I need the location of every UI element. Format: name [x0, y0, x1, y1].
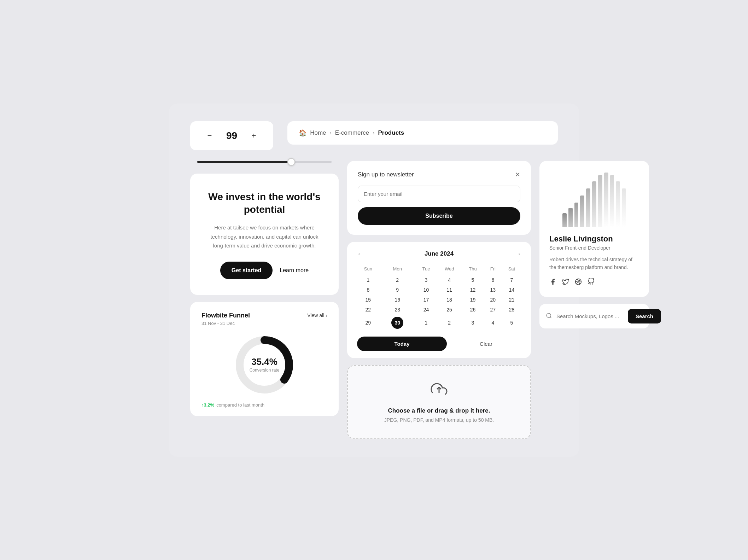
- left-column: We invest in the world's potential Here …: [190, 161, 339, 416]
- weekday-fri: Fri: [484, 265, 502, 275]
- calendar-day[interactable]: 10: [416, 285, 437, 295]
- calendar-day[interactable]: 17: [416, 295, 437, 305]
- newsletter-card: Sign up to newsletter ✕ Subscribe: [347, 161, 531, 235]
- get-started-button[interactable]: Get started: [220, 262, 273, 279]
- top-row: − 99 + 🏠 Home › E-commerce › Products: [190, 121, 558, 150]
- breadcrumb: 🏠 Home › E-commerce › Products: [287, 121, 558, 145]
- calendar-day[interactable]: 29: [357, 315, 379, 331]
- weekday-sun: Sun: [357, 265, 379, 275]
- main-container: − 99 + 🏠 Home › E-commerce › Products: [169, 104, 579, 457]
- increment-button[interactable]: +: [247, 129, 261, 142]
- right-column: Leslie Livingston Senior Front-end Devel…: [539, 161, 649, 329]
- calendar-day[interactable]: 22: [357, 305, 379, 315]
- bar-stripe: [622, 188, 626, 227]
- stepper-card: − 99 +: [190, 121, 273, 150]
- subscribe-button[interactable]: Subscribe: [358, 207, 520, 225]
- twitter-icon[interactable]: [562, 278, 569, 287]
- calendar-day[interactable]: 21: [502, 295, 521, 305]
- newsletter-close-button[interactable]: ✕: [515, 171, 520, 179]
- profile-image-wrap: [549, 171, 639, 227]
- hero-card: We invest in the world's potential Here …: [190, 174, 339, 295]
- calendar-day[interactable]: 6: [484, 275, 502, 285]
- calendar-day[interactable]: 2: [379, 275, 416, 285]
- calendar-day[interactable]: 5: [502, 315, 521, 331]
- calendar-day[interactable]: 2: [437, 315, 462, 331]
- calendar-row: 1234567: [357, 275, 521, 285]
- funnel-footer: ↑3.2% compared to last month: [201, 402, 327, 408]
- calendar-row: 15161718192021: [357, 295, 521, 305]
- middle-column: Sign up to newsletter ✕ Subscribe ← June…: [347, 161, 531, 439]
- calendar-day[interactable]: 24: [416, 305, 437, 315]
- funnel-title: Flowbite Funnel: [201, 312, 250, 319]
- funnel-growth: ↑3.2%: [201, 402, 214, 408]
- calendar-day[interactable]: 26: [462, 305, 484, 315]
- calendar-row: 293012345: [357, 315, 521, 331]
- calendar-day[interactable]: 4: [437, 275, 462, 285]
- calendar-day[interactable]: 14: [502, 285, 521, 295]
- upload-icon: [358, 381, 520, 402]
- profile-socials: [549, 278, 639, 287]
- calendar-day[interactable]: 5: [462, 275, 484, 285]
- bar-stripe: [616, 181, 620, 227]
- calendar-day[interactable]: 28: [502, 305, 521, 315]
- email-input[interactable]: [358, 186, 520, 202]
- facebook-icon[interactable]: [549, 278, 556, 287]
- bar-stripe: [580, 196, 584, 227]
- calendar-day[interactable]: 1: [416, 315, 437, 331]
- calendar-day[interactable]: 20: [484, 295, 502, 305]
- profile-visual: [562, 171, 626, 227]
- calendar-day[interactable]: 12: [462, 285, 484, 295]
- calendar-day[interactable]: 3: [416, 275, 437, 285]
- github-icon[interactable]: [588, 278, 595, 287]
- calendar-weekdays: Sun Mon Tue Wed Thu Fri Sat: [357, 265, 521, 275]
- calendar-day[interactable]: 18: [437, 295, 462, 305]
- upload-title: Choose a file or drag & drop it here.: [358, 407, 520, 414]
- calendar-next-button[interactable]: →: [515, 250, 521, 258]
- weekday-sat: Sat: [502, 265, 521, 275]
- learn-more-button[interactable]: Learn more: [280, 267, 309, 274]
- upload-card[interactable]: Choose a file or drag & drop it here. JP…: [347, 365, 531, 439]
- calendar-day[interactable]: 16: [379, 295, 416, 305]
- calendar-day[interactable]: 7: [502, 275, 521, 285]
- calendar-grid: Sun Mon Tue Wed Thu Fri Sat 123456789101…: [357, 265, 521, 331]
- calendar-day[interactable]: 19: [462, 295, 484, 305]
- calendar-day[interactable]: 11: [437, 285, 462, 295]
- calendar-day[interactable]: 1: [357, 275, 379, 285]
- slider-wrap: [190, 161, 339, 167]
- calendar-day[interactable]: 27: [484, 305, 502, 315]
- calendar-row: 891011121314: [357, 285, 521, 295]
- calendar-today-button[interactable]: Today: [357, 337, 447, 351]
- breadcrumb-products: Products: [378, 129, 404, 136]
- funnel-card: Flowbite Funnel View all › 31 Nov - 31 D…: [190, 302, 339, 416]
- donut-percentage: 35.4%: [250, 357, 280, 366]
- calendar-month: June 2024: [425, 250, 454, 257]
- calendar-day[interactable]: 30: [379, 315, 416, 331]
- calendar-day[interactable]: 23: [379, 305, 416, 315]
- slider-thumb[interactable]: [287, 158, 295, 166]
- slider-track[interactable]: [197, 161, 332, 163]
- calendar-day[interactable]: 8: [357, 285, 379, 295]
- calendar-clear-button[interactable]: Clear: [451, 337, 521, 351]
- main-grid: We invest in the world's potential Here …: [190, 161, 558, 439]
- calendar-day[interactable]: 15: [357, 295, 379, 305]
- funnel-compare: compared to last month: [216, 402, 264, 408]
- search-input[interactable]: [556, 313, 624, 319]
- calendar-day[interactable]: 25: [437, 305, 462, 315]
- breadcrumb-ecommerce[interactable]: E-commerce: [335, 129, 369, 136]
- donut-chart: 35.4% Conversion rate: [233, 333, 296, 397]
- search-button[interactable]: Search: [628, 309, 661, 323]
- calendar-day[interactable]: 9: [379, 285, 416, 295]
- hero-actions: Get started Learn more: [204, 262, 325, 279]
- donut-center: 35.4% Conversion rate: [250, 357, 280, 373]
- calendar-day[interactable]: 4: [484, 315, 502, 331]
- calendar-prev-button[interactable]: ←: [357, 250, 363, 258]
- decrement-button[interactable]: −: [203, 129, 216, 142]
- breadcrumb-home[interactable]: Home: [310, 129, 326, 136]
- upload-description: JPEG, PNG, PDF, and MP4 formats, up to 5…: [358, 417, 520, 423]
- calendar-day[interactable]: 3: [462, 315, 484, 331]
- dribbble-icon[interactable]: [575, 278, 582, 287]
- profile-role: Senior Front-end Developer: [549, 245, 639, 251]
- view-all-link[interactable]: View all ›: [307, 313, 327, 318]
- calendar-day[interactable]: 13: [484, 285, 502, 295]
- bar-stripe: [586, 188, 590, 227]
